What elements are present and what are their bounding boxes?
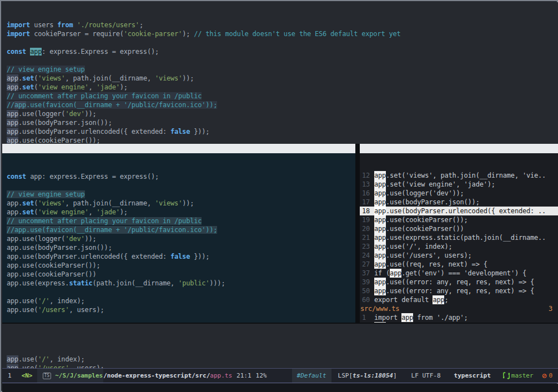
code-line: app.use('/', index); <box>7 296 355 305</box>
diagnostics-count: 0 <box>549 369 552 383</box>
code-line: import cookieParser = require('cookie-pa… <box>7 29 558 38</box>
reference-line-number: 13 <box>360 180 374 189</box>
code-token: app <box>374 242 386 251</box>
code-token: import <box>7 21 30 29</box>
code-token: app <box>374 251 386 260</box>
code-token: app <box>374 207 386 215</box>
code-token: ); <box>120 208 128 216</box>
reference-item[interactable]: 39app.use((error: any, req, res, next) =… <box>360 278 558 287</box>
code-token: from <box>57 21 73 29</box>
reference-item[interactable]: 50app.use((error: any, req, res, next) =… <box>360 287 558 295</box>
code-token: '/' <box>38 355 49 363</box>
reference-item[interactable]: 20app.use(cookieParser()) <box>360 224 558 233</box>
code-token: ); <box>120 83 128 91</box>
code-line: app.use(cookieParser()) <box>7 270 355 279</box>
reference-line-number: 23 <box>360 242 374 251</box>
code-token: (path.join(__dirname, <box>93 279 179 287</box>
editor-top[interactable]: import users from './routes/users';impor… <box>2 2 558 144</box>
code-token: '/users' <box>38 306 69 314</box>
code-token: , index); <box>49 297 84 305</box>
code-token: .use(cookieParser()) <box>386 224 464 233</box>
code-line: app.use('/users', users); <box>7 305 355 314</box>
reference-item[interactable]: 18app.use(bodyParser.urlencoded({ extend… <box>360 207 558 215</box>
code-token: import <box>374 313 401 322</box>
code-token: 'public' <box>178 279 209 287</box>
code-token: .set('view engine', 'jade'); <box>386 180 495 189</box>
code-token: 'jade' <box>97 208 120 216</box>
code-token: .use('/users', users); <box>386 251 472 260</box>
reference-item[interactable]: 19app.use(cookieParser()); <box>360 215 558 224</box>
editor-bottom-code: app.use('/', index);app.use('/users', us… <box>7 346 558 368</box>
code-token: app <box>30 48 42 56</box>
reference-item[interactable]: 12app.set('views', path.join(__dirname, … <box>360 171 558 180</box>
code-line: app.use(logger('dev')); <box>7 234 355 243</box>
code-token: .use(bodyParser.json()); <box>18 119 112 127</box>
code-token: , <box>89 208 97 216</box>
reference-item[interactable]: 23app.use('/', index); <box>360 242 558 251</box>
code-token: 'views' <box>155 74 182 82</box>
code-token: , <box>89 83 97 91</box>
code-line: const app: express.Express = express(); <box>7 172 355 181</box>
code-token: app <box>7 128 18 135</box>
peek-preview-window[interactable]: const app: express.Express = express();/… <box>2 153 355 323</box>
code-token: ); <box>182 30 190 38</box>
code-token: 'views' <box>38 74 65 82</box>
references-title-bar: 19 references <box>360 144 558 153</box>
editor-bottom[interactable]: app.use('/', index);app.use('/users', us… <box>2 324 558 368</box>
code-token: 'view engine' <box>38 83 88 91</box>
reference-count: 3 <box>549 304 552 313</box>
code-token: export default <box>374 295 433 304</box>
code-line: app.use(logger('dev')); <box>7 109 558 118</box>
code-token: .use(favicon(__dirname + '/public/favico… <box>26 101 217 109</box>
code-token: .use(bodyParser.json()); <box>386 198 480 207</box>
tab-indicator[interactable]: #Default <box>292 369 331 383</box>
code-token: .use(bodyParser.urlencoded({ extended: <box>18 128 170 135</box>
reference-item[interactable]: 37if (app.get('env') === 'development') … <box>360 269 558 278</box>
code-token: .use(logger('dev')); <box>386 189 464 198</box>
references-window[interactable]: 12app.set('views', path.join(__dirname, … <box>360 153 558 323</box>
code-token: : express.Express = express(); <box>42 48 159 56</box>
buffer-number: 1 <box>2 369 17 383</box>
code-token: .use((error: any, req, res, next) => { <box>386 278 534 287</box>
code-line: // view engine setup <box>7 190 355 199</box>
code-token: app <box>7 364 18 368</box>
code-token: app. <box>7 208 22 216</box>
reference-line-number: 50 <box>360 287 374 295</box>
code-token: // view engine setup <box>7 190 85 198</box>
code-token: app <box>374 189 386 198</box>
reference-item[interactable]: 13app.set('view engine', 'jade'); <box>360 180 558 189</box>
code-token: , path.join(__dirname, <box>65 74 155 82</box>
reference-item[interactable]: 16app.use(logger('dev')); <box>360 189 558 198</box>
preview-code: const app: express.Express = express();/… <box>7 172 355 323</box>
code-token: , index); <box>49 355 84 363</box>
reference-line-number: 60 <box>360 295 374 304</box>
diagnostics-segment[interactable]: ⊘ 0 <box>539 369 558 383</box>
editor-window: import users from './routes/users';impor… <box>0 0 558 392</box>
reference-item[interactable]: 24app.use('/users', users); <box>360 251 558 260</box>
reference-line-number: 21 <box>360 233 374 242</box>
reference-file-group[interactable]: src/www.ts3 <box>360 304 558 313</box>
reference-item[interactable]: 1import app from './app'; <box>360 313 558 322</box>
reference-item[interactable]: 21app.use(express.static(path.join(__dir… <box>360 233 558 242</box>
reference-item[interactable]: 27app.use((req, res, next) => { <box>360 260 558 269</box>
git-segment[interactable]: master <box>497 369 539 383</box>
reference-item[interactable]: 60export default app; <box>360 295 558 304</box>
code-token: set <box>22 74 34 82</box>
editor-top-code: import users from './routes/users';impor… <box>7 21 558 144</box>
code-line: app.use(cookieParser()); <box>7 261 355 270</box>
code-token: app <box>374 215 386 224</box>
reference-item[interactable]: 17app.use(bodyParser.json()); <box>360 198 558 207</box>
code-token: app <box>374 233 386 242</box>
code-token: // uncomment after placing your favicon … <box>7 217 202 225</box>
code-token: from './app'; <box>413 313 467 322</box>
scroll-percent: 12% <box>252 369 267 383</box>
code-token: .use(logger( <box>18 110 65 118</box>
code-token: app <box>374 224 386 233</box>
code-line: app.use(bodyParser.json()); <box>7 243 355 252</box>
code-token: 'dev' <box>65 110 84 118</box>
command-line[interactable] <box>2 384 558 392</box>
code-token: .use('/', index); <box>386 242 452 251</box>
code-token: ))); <box>209 279 225 287</box>
git-branch-name: master <box>511 369 534 383</box>
reference-line-number: 12 <box>360 171 374 180</box>
